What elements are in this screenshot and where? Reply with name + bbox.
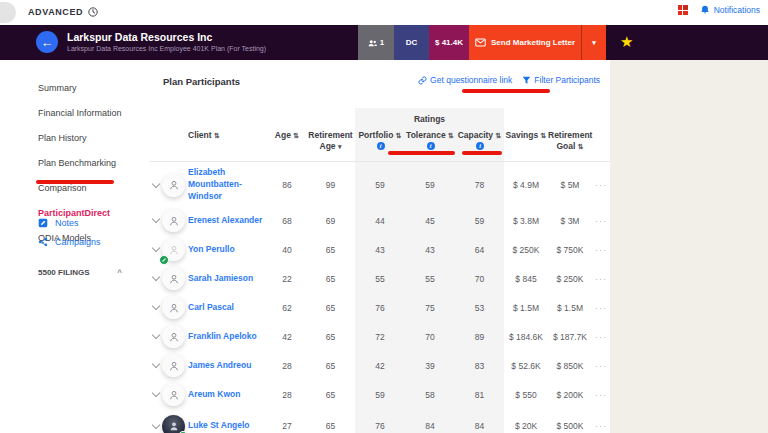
column-header-retirement-age[interactable]: Retirement Age ▾ [306, 130, 355, 153]
notifications-button[interactable]: Notifications [700, 5, 760, 15]
sidebar-item-summary[interactable]: Summary [38, 80, 122, 97]
avatar[interactable] [162, 209, 185, 232]
apps-grid-icon[interactable] [678, 5, 688, 15]
client-name-link[interactable]: Erenest Alexander [188, 215, 268, 227]
client-name-link[interactable]: Elizabeth Mountbatten-Windsor [188, 167, 268, 203]
sort-icon: ⇅ [448, 132, 454, 139]
row-expand-chevron-icon[interactable] [152, 244, 160, 252]
info-icon[interactable]: i [377, 142, 385, 150]
client-name-link[interactable]: Franklin Apeloko [188, 331, 268, 343]
sidebar-link-campaigns[interactable]: Campaigns [38, 237, 101, 247]
row-menu-button[interactable]: ··· [592, 245, 610, 255]
age-cell: 28 [268, 390, 306, 400]
capacity-cell: 70 [455, 274, 504, 284]
row-expand-chevron-icon[interactable] [152, 179, 160, 187]
row-menu-button[interactable]: ··· [592, 361, 610, 371]
avatar[interactable] [162, 354, 185, 377]
annotation-underline-tolerance [388, 151, 455, 155]
savings-cell: $ 4.9M [504, 180, 548, 190]
capacity-cell: 78 [455, 180, 504, 190]
empty-right-panel [610, 60, 768, 433]
sidebar-item-plan-benchmarking[interactable]: Plan Benchmarking [38, 155, 122, 172]
client-name-link[interactable]: Luke St Angelo [188, 420, 268, 432]
age-cell: 27 [268, 421, 306, 431]
send-marketing-letter-label: Send Marketing Letter [491, 38, 575, 47]
goal-cell: $ 850K [548, 361, 592, 371]
age-cell: 62 [268, 303, 306, 313]
row-menu-button[interactable]: ··· [592, 180, 610, 190]
row-menu-button[interactable]: ··· [592, 421, 610, 431]
portfolio-cell: 43 [355, 245, 405, 255]
sort-icon: ⇅ [214, 132, 220, 139]
sidebar-link-notes[interactable]: Notes [38, 218, 101, 228]
sidebar-item-plan-history[interactable]: Plan History [38, 130, 122, 147]
send-options-dropdown[interactable]: ▾ [581, 25, 606, 60]
row-expand-chevron-icon[interactable] [152, 360, 160, 368]
row-menu-button[interactable]: ··· [592, 216, 610, 226]
avatar[interactable] [162, 296, 185, 319]
campaigns-icon [38, 237, 48, 247]
tolerance-cell: 45 [405, 216, 455, 226]
edge-tab-handle[interactable] [0, 2, 16, 23]
age-cell: 68 [268, 216, 306, 226]
savings-cell: $ 3.8M [504, 216, 548, 226]
plan-type-button[interactable]: DC [394, 25, 429, 60]
retirement-age-cell: 69 [306, 216, 355, 226]
row-expand-chevron-icon[interactable] [152, 215, 160, 223]
annotation-underline-questionnaire [462, 89, 550, 93]
portfolio-cell: 42 [355, 361, 405, 371]
get-questionnaire-link[interactable]: Get questionnaire link [418, 75, 512, 85]
column-header-age[interactable]: Age ⇅ [268, 130, 306, 141]
sidebar-item-financial-information[interactable]: Financial Information [38, 105, 122, 122]
goal-cell: $ 3M [548, 216, 592, 226]
avatar[interactable] [162, 174, 185, 197]
tolerance-cell: 39 [405, 361, 455, 371]
column-header-savings[interactable]: Savings ⇅ [504, 130, 548, 141]
back-button[interactable]: ← [36, 31, 58, 53]
column-header-client[interactable]: Client ⇅ [188, 130, 268, 141]
retirement-age-cell: 65 [306, 332, 355, 342]
avatar[interactable] [162, 383, 185, 406]
participant-count-button[interactable]: 1 [358, 25, 394, 60]
savings-cell: $ 184.6K [504, 332, 548, 342]
column-header-capacity[interactable]: Capacity ⇅i [455, 130, 504, 153]
page-title: Plan Participants [163, 76, 240, 87]
top-utility-bar: ADVANCED Notifications [0, 0, 768, 25]
row-expand-chevron-icon[interactable] [152, 389, 160, 397]
send-marketing-letter-button[interactable]: Send Marketing Letter [469, 25, 581, 60]
plan-value-button[interactable]: $ 41.4K [429, 25, 469, 60]
row-menu-button[interactable]: ··· [592, 332, 610, 342]
filter-participants-link[interactable]: Filter Participants [522, 75, 600, 85]
client-name-link[interactable]: James Andreou [188, 360, 268, 372]
row-menu-button[interactable]: ··· [592, 274, 610, 284]
savings-cell: $ 845 [504, 274, 548, 284]
info-icon[interactable]: i [427, 142, 435, 150]
row-menu-button[interactable]: ··· [592, 390, 610, 400]
client-name-link[interactable]: Yon Perullo [188, 244, 268, 256]
avatar[interactable] [162, 267, 185, 290]
avatar[interactable] [162, 325, 185, 348]
favorite-star-icon[interactable]: ★ [620, 34, 633, 49]
age-cell: 86 [268, 180, 306, 190]
table-row: Franklin Apeloko 42 65 72 70 89 $ 184.6K… [150, 322, 610, 351]
people-icon [368, 39, 377, 47]
filings-section-toggle[interactable]: 5500 FILINGS ^ [38, 268, 122, 277]
column-header-tolerance[interactable]: Tolerance ⇅i [405, 130, 455, 153]
client-name-link[interactable]: Areum Kwon [188, 389, 268, 401]
row-expand-chevron-icon[interactable] [152, 331, 160, 339]
client-name-link[interactable]: Carl Pascal [188, 302, 268, 314]
row-expand-chevron-icon[interactable] [152, 273, 160, 281]
plan-title: Larkspur Data Resources Inc [67, 31, 266, 43]
row-expand-chevron-icon[interactable] [152, 420, 160, 428]
ratings-group-header: Ratings [355, 114, 504, 124]
back-arrow-icon: ← [41, 36, 54, 49]
info-icon[interactable]: i [476, 142, 484, 150]
row-expand-chevron-icon[interactable] [152, 302, 160, 310]
row-menu-button[interactable]: ··· [592, 303, 610, 313]
bell-icon [700, 5, 710, 15]
client-name-link[interactable]: Sarah Jamieson [188, 273, 268, 285]
column-header-retirement-goal[interactable]: Retirement Goal ⇅ [548, 130, 592, 153]
tolerance-cell: 75 [405, 303, 455, 313]
column-header-portfolio[interactable]: Portfolio ⇅i [355, 130, 405, 153]
sort-icon: ⇅ [495, 132, 501, 139]
